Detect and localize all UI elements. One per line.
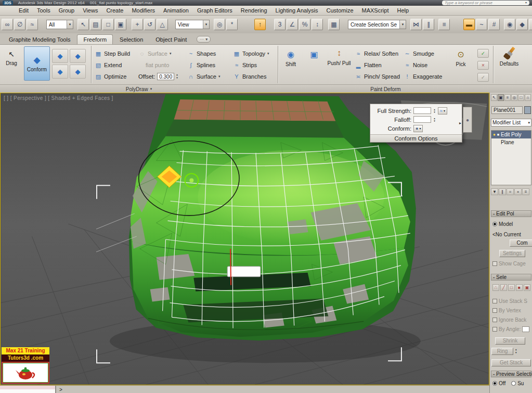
keyboard-shortcut-override-toggle[interactable]: ↑: [254, 19, 266, 30]
hierarchy-tab[interactable]: ≡: [504, 94, 511, 101]
maxscript-mini-listener[interactable]: [0, 389, 56, 393]
application-button[interactable]: 3DS: [3, 1, 13, 5]
shift-brush-button[interactable]: ◉ Shift: [280, 48, 302, 67]
render-setup-button[interactable]: ◆: [516, 19, 528, 30]
get-stack-selection-button[interactable]: Get Stack: [491, 359, 531, 366]
off-radio[interactable]: [492, 381, 497, 386]
strength-options-button[interactable]: ≈ ▾: [438, 107, 447, 115]
branches-button[interactable]: Y Branches: [233, 72, 266, 81]
exaggerate-button[interactable]: ! Exaggerate: [404, 72, 442, 81]
offset-spinner-arrows[interactable]: ▴ ▾: [176, 73, 178, 80]
percent-snap-toggle[interactable]: %: [299, 19, 310, 30]
tab-object-paint[interactable]: Object Paint: [150, 35, 192, 44]
window-crossing-button[interactable]: ▣: [115, 19, 126, 30]
edit-poly-rollout-header[interactable]: - Edit Pol: [491, 210, 531, 217]
ignore-backfacing-checkbox[interactable]: Ignore Back: [492, 316, 526, 323]
popup-flyout-arrow[interactable]: ▸: [459, 121, 461, 125]
push-pull-brush-button[interactable]: ↕ Push/ Pull: [327, 47, 352, 66]
shrink-button[interactable]: Shrink: [495, 337, 525, 345]
tab-freeform[interactable]: Freeform: [77, 34, 113, 44]
select-and-scale-button[interactable]: △: [157, 19, 168, 30]
show-cage-checkbox[interactable]: Show Cage: [492, 260, 526, 267]
tab-selection[interactable]: Selection: [114, 35, 149, 44]
falloff-field[interactable]: [413, 116, 431, 123]
splines-button[interactable]: ∫ Splines: [187, 60, 215, 70]
conform-tool-button[interactable]: ◆ Conform: [24, 46, 50, 81]
paint-options-button[interactable]: ▣: [304, 48, 325, 60]
select-and-rotate-button[interactable]: ↺: [144, 19, 155, 30]
menu-maxscript[interactable]: MAXScript: [358, 7, 393, 14]
menu-tools[interactable]: Tools: [33, 7, 55, 14]
spinner-snap-toggle[interactable]: ↕: [312, 19, 323, 30]
polygon-mode-button[interactable]: ■: [516, 284, 523, 291]
ring-button[interactable]: Ring: [491, 348, 513, 355]
rectangular-selection-region-button[interactable]: □: [102, 19, 114, 30]
rendered-frame-window-button[interactable]: ▸: [529, 19, 532, 30]
border-mode-button[interactable]: □: [508, 284, 515, 291]
perspective-viewport[interactable]: [ ] [ Perspective ] [ Shaded + Edged Fac…: [0, 93, 489, 385]
align-button[interactable]: ∥: [423, 19, 434, 30]
surface-draw-button[interactable]: ∩ Surface ▾: [187, 72, 220, 81]
show-end-result-button[interactable]: ∥: [499, 188, 506, 195]
conform-brush-4-button[interactable]: ◆: [70, 65, 86, 79]
edit-named-selection-sets-button[interactable]: ▦: [328, 19, 340, 30]
cancel-button[interactable]: ×: [477, 61, 489, 70]
selection-rollout-header[interactable]: - Sele: [491, 274, 531, 281]
settings-button[interactable]: Settings: [499, 250, 525, 257]
reference-coordinate-system-dropdown[interactable]: View ▾: [175, 20, 210, 29]
menu-graph-editors[interactable]: Graph Editors: [193, 7, 237, 14]
by-angle-checkbox[interactable]: By Angle:: [492, 326, 529, 333]
popup-extension-panel[interactable]: ●: [463, 107, 472, 133]
unlink-selection-button[interactable]: ∅: [14, 19, 25, 30]
smudge-button[interactable]: ∼ Smudge: [404, 49, 434, 58]
polydraw-panel-caption[interactable]: PolyDraw ▾: [0, 85, 278, 93]
by-vertex-checkbox[interactable]: By Vertex: [492, 307, 521, 314]
select-object-button[interactable]: ↖: [77, 19, 89, 30]
snaps-toggle-button[interactable]: 3: [274, 19, 286, 30]
optimize-button[interactable]: ▨ Optimize: [95, 72, 126, 81]
menu-edit[interactable]: Edit: [15, 7, 33, 14]
selection-filter-dropdown[interactable]: All ▾: [46, 20, 73, 29]
pin-stack-button[interactable]: ▼: [491, 188, 498, 195]
motion-tab[interactable]: ◎: [511, 94, 517, 101]
flatten-button[interactable]: ▂ Flatten: [355, 60, 382, 70]
conform-brush-1-button[interactable]: ◆: [52, 49, 68, 63]
named-selection-sets-dropdown[interactable]: Create Selection Se ▾: [348, 20, 406, 29]
remove-modifier-button[interactable]: ×: [514, 188, 522, 195]
use-pivot-point-center-button[interactable]: ◎: [214, 19, 225, 30]
falloff-spinner[interactable]: ▴ ▾: [432, 117, 437, 122]
revert-button[interactable]: ✓: [477, 73, 489, 82]
menu-modifiers[interactable]: Modifiers: [127, 7, 159, 14]
macro-recorder-strip[interactable]: [0, 386, 56, 389]
modify-tab[interactable]: ▣: [498, 94, 504, 101]
viewport-label[interactable]: [ ] [ Perspective ] [ Shaded + Edged Fac…: [4, 95, 113, 101]
menu-create[interactable]: Create: [102, 7, 127, 14]
stack-item-plane[interactable]: Plane: [491, 138, 531, 146]
vertex-mode-button[interactable]: ∴: [492, 284, 499, 291]
element-mode-button[interactable]: ▣: [524, 284, 530, 291]
infocenter-search-input[interactable]: Type a keyword or phrase ▾: [442, 1, 529, 5]
commit-button[interactable]: ✓: [477, 49, 489, 58]
schematic-view-button[interactable]: #: [488, 19, 500, 30]
material-editor-button[interactable]: ◉: [504, 19, 515, 30]
angle-snap-toggle[interactable]: ∠: [287, 19, 298, 30]
select-and-link-button[interactable]: ∞: [2, 19, 13, 30]
select-and-manipulate-button[interactable]: *: [226, 19, 238, 30]
menu-customize[interactable]: Customize: [322, 7, 358, 14]
pinch-spread-button[interactable]: ≍ Pinch/ Spread: [355, 72, 400, 81]
conform-brush-3-button[interactable]: ◆: [52, 65, 68, 79]
full-strength-field[interactable]: [413, 107, 431, 114]
offset-spinner[interactable]: Offset: 0.300 ▴ ▾: [138, 72, 178, 81]
select-and-move-button[interactable]: +: [132, 19, 143, 30]
caddy-box[interactable]: [227, 267, 261, 277]
mirror-button[interactable]: ⋈: [410, 19, 422, 30]
create-tab[interactable]: ↖: [491, 94, 497, 101]
graphite-ribbon-toggle[interactable]: ▬: [463, 19, 475, 30]
preview-selection-rollout-header[interactable]: - Preview Selectio: [491, 371, 531, 377]
extend-button[interactable]: ▧ Extend: [95, 60, 122, 70]
tab-graphite-modeling-tools[interactable]: Graphite Modeling Tools: [3, 35, 76, 44]
by-angle-value-field[interactable]: [522, 326, 529, 332]
full-strength-spinner[interactable]: ▴ ▾: [432, 108, 437, 113]
edge-mode-button[interactable]: ╱: [500, 284, 507, 291]
layer-manager-button[interactable]: ≡: [438, 19, 450, 30]
